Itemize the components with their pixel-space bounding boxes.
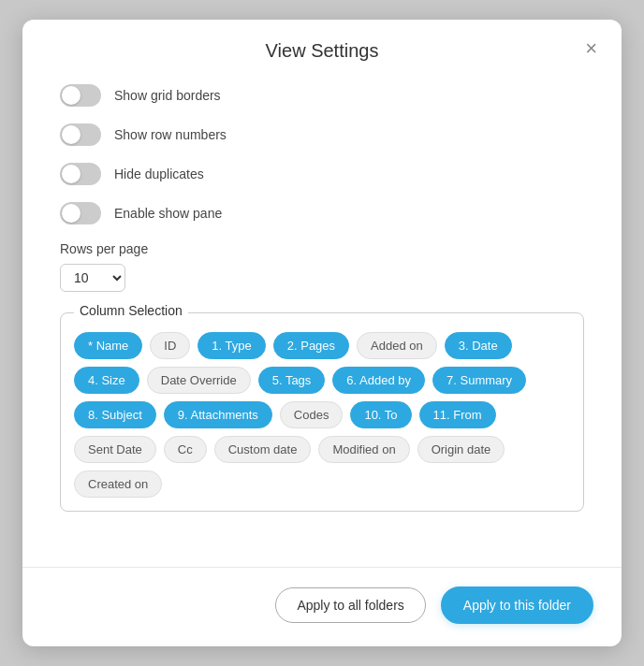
dialog-title: View Settings	[266, 40, 379, 62]
column-tag[interactable]: Created on	[74, 471, 162, 498]
toggle-row-show-pane: Enable show pane	[60, 202, 584, 224]
enable-show-pane-toggle[interactable]	[60, 202, 101, 224]
column-tag[interactable]: 3. Date	[445, 332, 512, 359]
column-tag[interactable]: 6. Added by	[332, 367, 425, 394]
dialog-body: Show grid borders Show row numbers Hide …	[22, 77, 622, 567]
rows-per-page-select[interactable]: 10 25 50 100	[60, 264, 125, 292]
rows-per-page-label: Rows per page	[60, 241, 584, 256]
toggle-row-hide-duplicates: Hide duplicates	[60, 163, 584, 185]
column-tag[interactable]: Codes	[280, 401, 344, 428]
column-tag[interactable]: 10. To	[350, 401, 411, 428]
column-tag[interactable]: Origin date	[417, 436, 505, 463]
rows-per-page-section: Rows per page 10 25 50 100	[60, 241, 584, 292]
show-grid-borders-toggle[interactable]	[60, 84, 101, 107]
column-tag[interactable]: 4. Size	[74, 367, 139, 394]
column-tag[interactable]: ID	[150, 332, 190, 359]
column-tag[interactable]: 2. Pages	[273, 332, 349, 359]
apply-this-folder-button[interactable]: Apply to this folder	[441, 586, 593, 624]
column-tag[interactable]: Added on	[357, 332, 437, 359]
enable-show-pane-label: Enable show pane	[114, 206, 222, 221]
toggle-row-grid-borders: Show grid borders	[60, 84, 584, 107]
show-row-numbers-toggle[interactable]	[60, 123, 101, 146]
column-tag[interactable]: 1. Type	[198, 332, 265, 359]
footer-divider	[22, 567, 622, 568]
column-tag[interactable]: Sent Date	[74, 436, 156, 463]
dialog-header: View Settings ×	[22, 20, 622, 77]
apply-all-folders-button[interactable]: Apply to all folders	[275, 587, 425, 623]
column-tag[interactable]: Cc	[164, 436, 207, 463]
column-tag[interactable]: Modified on	[318, 436, 409, 463]
hide-duplicates-label: Hide duplicates	[114, 166, 204, 181]
column-tag[interactable]: 8. Subject	[74, 401, 156, 428]
hide-duplicates-toggle[interactable]	[60, 163, 101, 185]
column-tag[interactable]: Date Override	[147, 367, 251, 394]
show-grid-borders-label: Show grid borders	[114, 88, 221, 103]
column-selection-legend: Column Selection	[74, 303, 188, 318]
column-tag[interactable]: 11. From	[419, 401, 496, 428]
column-tag[interactable]: 9. Attachments	[164, 401, 272, 428]
column-tag[interactable]: * Name	[74, 332, 142, 359]
view-settings-dialog: View Settings × Show grid borders Show r…	[22, 20, 622, 646]
column-tag[interactable]: 5. Tags	[258, 367, 326, 394]
toggle-row-row-numbers: Show row numbers	[60, 123, 584, 146]
show-row-numbers-label: Show row numbers	[114, 127, 227, 142]
close-button[interactable]: ×	[579, 36, 603, 61]
tags-container: * NameID1. Type2. PagesAdded on3. Date4.…	[74, 332, 570, 498]
dialog-footer: Apply to all folders Apply to this folde…	[22, 573, 622, 646]
column-tag[interactable]: 7. Summary	[432, 367, 526, 394]
column-tag[interactable]: Custom date	[214, 436, 312, 463]
column-selection-box: Column Selection * NameID1. Type2. Pages…	[60, 312, 584, 512]
